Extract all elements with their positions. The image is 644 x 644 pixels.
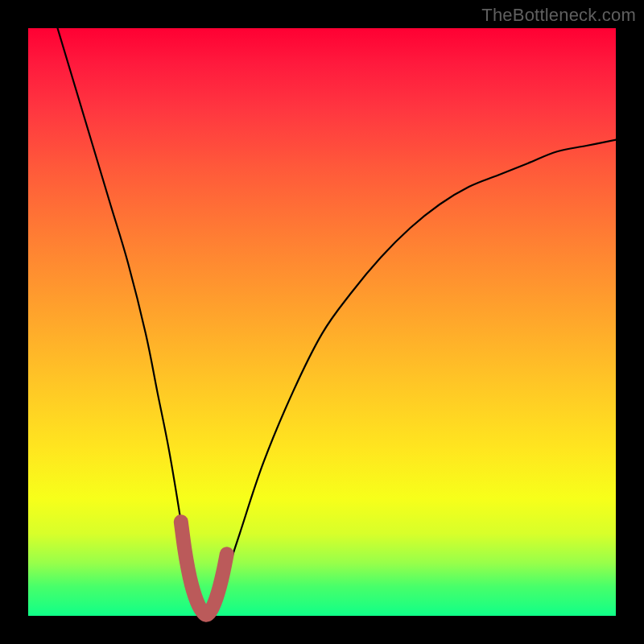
curve-layer [28,28,616,616]
bottleneck-curve [58,28,617,616]
chart-stage: TheBottleneck.com [0,0,644,644]
optimal-range-marker [181,522,227,614]
attribution-watermark: TheBottleneck.com [481,5,636,26]
plot-area [28,28,616,616]
